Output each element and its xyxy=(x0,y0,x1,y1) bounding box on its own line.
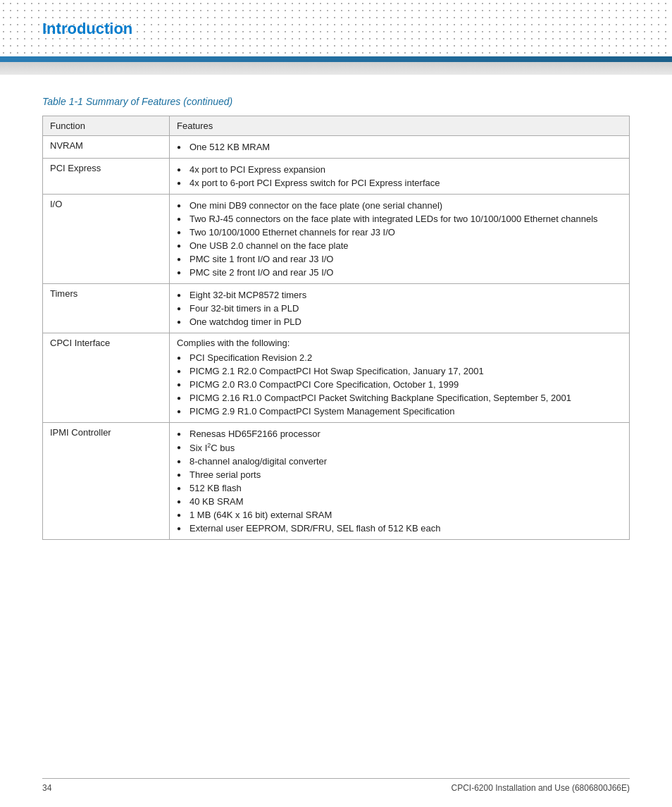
list-item: 40 KB SRAM xyxy=(177,495,622,508)
list-item: One watchdog timer in PLD xyxy=(177,315,622,328)
doc-title: CPCI-6200 Installation and Use (6806800J… xyxy=(452,783,630,793)
function-cell: I/O xyxy=(43,195,170,284)
list-item: Two 10/100/1000 Ethernet channels for re… xyxy=(177,226,622,239)
features-table: Function Features NVRAMOne 512 KB MRAMPC… xyxy=(42,116,630,540)
list-item: Four 32-bit timers in a PLD xyxy=(177,302,622,315)
features-list: Renesas HD65F2166 processorSix I2C bus8-… xyxy=(177,427,622,535)
features-intro: Complies with the following: xyxy=(177,338,622,348)
blue-bar xyxy=(0,56,672,62)
table-caption: Table 1-1 Summary of Features (continued… xyxy=(42,96,630,107)
list-item: PICMG 2.9 R1.0 CompactPCI System Managem… xyxy=(177,405,622,418)
features-cell: One mini DB9 connector on the face plate… xyxy=(170,195,630,284)
features-list: One 512 KB MRAM xyxy=(177,140,622,154)
features-cell: Complies with the following:PCI Specific… xyxy=(170,333,630,423)
page-number: 34 xyxy=(42,783,51,793)
list-item: PICMG 2.0 R3.0 CompactPCI Core Specifica… xyxy=(177,378,622,391)
list-item: PCI Specification Revision 2.2 xyxy=(177,351,622,364)
list-item: Eight 32-bit MCP8572 timers xyxy=(177,288,622,302)
features-cell: Eight 32-bit MCP8572 timersFour 32-bit t… xyxy=(170,284,630,333)
list-item: 4x port to PCI Express expansion xyxy=(177,163,622,176)
dot-pattern: Introduction xyxy=(0,0,672,56)
col-function: Function xyxy=(43,116,170,136)
list-item: 4x port to 6-port PCI Express switch for… xyxy=(177,176,622,190)
list-item: Renesas HD65F2166 processor xyxy=(177,427,622,441)
page-footer: 34 CPCI-6200 Installation and Use (68068… xyxy=(42,778,630,793)
list-item: PICMG 2.1 R2.0 CompactPCI Hot Swap Speci… xyxy=(177,364,622,378)
table-row: CPCI InterfaceComplies with the followin… xyxy=(43,333,630,423)
features-cell: Renesas HD65F2166 processorSix I2C bus8-… xyxy=(170,423,630,540)
list-item: Three serial ports xyxy=(177,468,622,481)
list-item: 8-channel analog/digital converter xyxy=(177,455,622,468)
table-row: PCI Express4x port to PCI Express expans… xyxy=(43,159,630,195)
table-row: I/OOne mini DB9 connector on the face pl… xyxy=(43,195,630,284)
list-item: One 512 KB MRAM xyxy=(177,140,622,154)
features-list: PCI Specification Revision 2.2PICMG 2.1 … xyxy=(177,351,622,418)
features-list: Eight 32-bit MCP8572 timersFour 32-bit t… xyxy=(177,288,622,328)
table-row: IPMI ControllerRenesas HD65F2166 process… xyxy=(43,423,630,540)
main-content: Table 1-1 Summary of Features (continued… xyxy=(0,96,672,568)
list-item: PICMG 2.16 R1.0 CompactPCI Packet Switch… xyxy=(177,391,622,405)
features-list: 4x port to PCI Express expansion4x port … xyxy=(177,163,622,190)
list-item: Two RJ-45 connectors on the face plate w… xyxy=(177,212,622,226)
function-cell: PCI Express xyxy=(43,159,170,195)
col-features: Features xyxy=(170,116,630,136)
list-item: PMC site 1 front I/O and rear J3 I/O xyxy=(177,252,622,266)
gray-bar xyxy=(0,62,672,75)
list-item: Six I2C bus xyxy=(177,441,622,455)
list-item: 512 KB flash xyxy=(177,481,622,495)
function-cell: NVRAM xyxy=(43,136,170,159)
features-cell: 4x port to PCI Express expansion4x port … xyxy=(170,159,630,195)
table-row: NVRAMOne 512 KB MRAM xyxy=(43,136,630,159)
list-item: 1 MB (64K x 16 bit) external SRAM xyxy=(177,508,622,522)
list-item: One mini DB9 connector on the face plate… xyxy=(177,199,622,212)
table-header-row: Function Features xyxy=(43,116,630,136)
function-cell: CPCI Interface xyxy=(43,333,170,423)
page-title: Introduction xyxy=(42,20,132,38)
table-row: TimersEight 32-bit MCP8572 timersFour 32… xyxy=(43,284,630,333)
function-cell: Timers xyxy=(43,284,170,333)
page-wrapper: Introduction Table 1-1 Summary of Featur… xyxy=(0,0,672,807)
function-cell: IPMI Controller xyxy=(43,423,170,540)
list-item: One USB 2.0 channel on the face plate xyxy=(177,239,622,252)
list-item: External user EEPROM, SDR/FRU, SEL flash… xyxy=(177,522,622,535)
features-list: One mini DB9 connector on the face plate… xyxy=(177,199,622,279)
header-area: Introduction xyxy=(0,0,672,75)
features-cell: One 512 KB MRAM xyxy=(170,136,630,159)
list-item: PMC site 2 front I/O and rear J5 I/O xyxy=(177,266,622,279)
